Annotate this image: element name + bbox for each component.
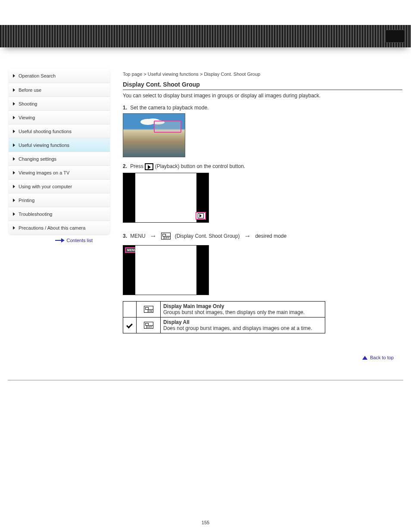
- screen-side-left: MENU: [123, 246, 135, 295]
- chevron-right-icon: [13, 199, 15, 202]
- sidebar-item-label: Useful viewing functions: [19, 143, 69, 148]
- step-1: 1. Set the camera to playback mode.: [123, 105, 402, 157]
- chevron-right-icon: [13, 102, 15, 106]
- menu-sequence: MENU → OFF (Display Cont. Shoot Group) →…: [130, 232, 286, 240]
- icon-sub-label: OFF: [164, 236, 171, 240]
- step-3: 3. MENU → OFF (Display Cont. Shoot Group…: [123, 229, 402, 295]
- page-subtitle: You can select to display burst images i…: [123, 93, 402, 99]
- sidebar-item-useful-shooting[interactable]: Useful shooting functions: [9, 124, 110, 138]
- sample-photo: [123, 113, 185, 157]
- cont-shoot-group-icon: OFF: [161, 233, 171, 240]
- step-text-pre: Press: [130, 163, 143, 169]
- step-text: Set the camera to playback mode.: [130, 105, 209, 111]
- breadcrumb-section[interactable]: Useful viewing functions: [148, 72, 199, 77]
- page-body: Operation Search Before use Shooting Vie…: [0, 47, 411, 380]
- playback-button-highlight: [196, 212, 206, 220]
- chevron-right-icon: [13, 171, 15, 174]
- screen-center: [135, 246, 196, 295]
- chevron-right-icon: [13, 116, 15, 119]
- footer-separator: [8, 380, 403, 380]
- sidebar-item-changing-settings[interactable]: Changing settings: [9, 152, 110, 165]
- option-text: Display Main Image Only Groups burst sho…: [161, 302, 325, 317]
- chevron-right-icon: [13, 157, 15, 161]
- sidebar-column: Operation Search Before use Shooting Vie…: [9, 69, 110, 243]
- menu-item-label: (Display Cont. Shoot Group): [175, 233, 240, 239]
- playback-icon: [198, 213, 204, 218]
- option-label: Display All: [163, 319, 190, 325]
- sidebar-item-label: Printing: [19, 198, 34, 203]
- check-cell: [123, 317, 137, 333]
- sidebar-item-label: Troubleshooting: [19, 212, 52, 217]
- sidebar-item-label: Changing settings: [19, 156, 56, 162]
- chevron-right-icon: [13, 212, 15, 216]
- sidebar-item-printing[interactable]: Printing: [9, 193, 110, 207]
- display-main-only-icon: ON: [144, 306, 153, 313]
- option-text: Display All Does not group burst images,…: [161, 317, 325, 333]
- screen-center: [135, 173, 196, 222]
- main-content: Top page > Useful viewing functions > Di…: [123, 69, 402, 363]
- breadcrumb-root[interactable]: Top page: [123, 72, 142, 77]
- camera-screen-2: MENU: [123, 245, 209, 295]
- display-all-icon: OFF: [144, 322, 153, 329]
- sidebar-item-label: Precautions / About this camera: [19, 225, 85, 230]
- back-to-top-label: Back to top: [370, 355, 394, 360]
- sidebar-item-shooting[interactable]: Shooting: [9, 96, 110, 110]
- step-text-post: (Playback) button on the control button.: [155, 163, 245, 169]
- print-badge: [385, 30, 405, 43]
- options-table: ON Display Main Image Only Groups burst …: [123, 301, 325, 333]
- photo-info-highlight: [154, 121, 181, 133]
- sidebar-item-viewing[interactable]: Viewing: [9, 110, 110, 124]
- step-number: 1.: [123, 105, 127, 111]
- playback-icon: [145, 163, 153, 170]
- menu-target-label: desired mode: [255, 233, 286, 239]
- sidebar-item-tv[interactable]: Viewing images on a TV: [9, 165, 110, 179]
- breadcrumb-current: Display Cont. Shoot Group: [204, 72, 260, 77]
- chevron-right-icon: [13, 143, 15, 147]
- sidebar-item-troubleshooting[interactable]: Troubleshooting: [9, 207, 110, 221]
- check-cell: [123, 302, 137, 317]
- screen-side-right: [196, 246, 209, 295]
- step-2: 2. Press (Playback) button on the contro…: [123, 163, 402, 223]
- sidebar-item-label: Shooting: [19, 101, 37, 106]
- top-banner: [0, 25, 411, 47]
- sidebar-item-precautions[interactable]: Precautions / About this camera: [9, 221, 110, 234]
- option-desc: Does not group burst images, and display…: [163, 325, 312, 331]
- breadcrumb: Top page > Useful viewing functions > Di…: [123, 72, 402, 77]
- step-number: 3.: [123, 233, 127, 239]
- screen-side-right: [196, 173, 209, 222]
- arrow-right-icon: →: [244, 232, 251, 240]
- sidebar-item-label: Using with your computer: [19, 184, 72, 189]
- contents-list-label: Contents list: [66, 238, 93, 243]
- chevron-right-icon: [13, 185, 15, 188]
- icon-sub-label: OFF: [146, 325, 153, 329]
- page-title: Display Cont. Shoot Group: [123, 81, 402, 90]
- camera-screen-1: [123, 173, 209, 223]
- steps-list: 1. Set the camera to playback mode. 2. P…: [123, 105, 402, 295]
- sidebar-item-operation-search[interactable]: Operation Search: [9, 69, 110, 83]
- menu-label: MENU: [130, 233, 145, 239]
- sidebar-item-useful-viewing[interactable]: Useful viewing functions: [9, 138, 110, 152]
- chevron-right-icon: [13, 130, 15, 133]
- option-label: Display Main Image Only: [163, 303, 224, 309]
- breadcrumb-sep: >: [200, 72, 204, 77]
- sidebar-item-label: Viewing: [19, 115, 35, 120]
- check-icon: [126, 322, 134, 328]
- sidebar-item-computer[interactable]: Using with your computer: [9, 179, 110, 193]
- arrow-up-icon: [362, 356, 367, 360]
- back-to-top-link[interactable]: Back to top: [123, 333, 402, 363]
- icon-cell: ON: [137, 302, 161, 317]
- sidebar: Operation Search Before use Shooting Vie…: [9, 69, 110, 234]
- option-desc: Groups burst shot images, then displays …: [163, 309, 305, 315]
- arrow-right-icon: →: [150, 232, 157, 240]
- breadcrumb-sep: >: [143, 72, 147, 77]
- sidebar-item-label: Operation Search: [19, 73, 56, 78]
- screen-side-left: [123, 173, 135, 222]
- page-number: 155: [0, 386, 411, 532]
- chevron-right-icon: [13, 74, 15, 78]
- table-row: OFF Display All Does not group burst ima…: [123, 317, 325, 333]
- table-row: ON Display Main Image Only Groups burst …: [123, 302, 325, 317]
- icon-cell: OFF: [137, 317, 161, 333]
- contents-list-link[interactable]: Contents list: [9, 234, 110, 243]
- icon-sub-label: ON: [148, 309, 153, 313]
- sidebar-item-before-use[interactable]: Before use: [9, 83, 110, 96]
